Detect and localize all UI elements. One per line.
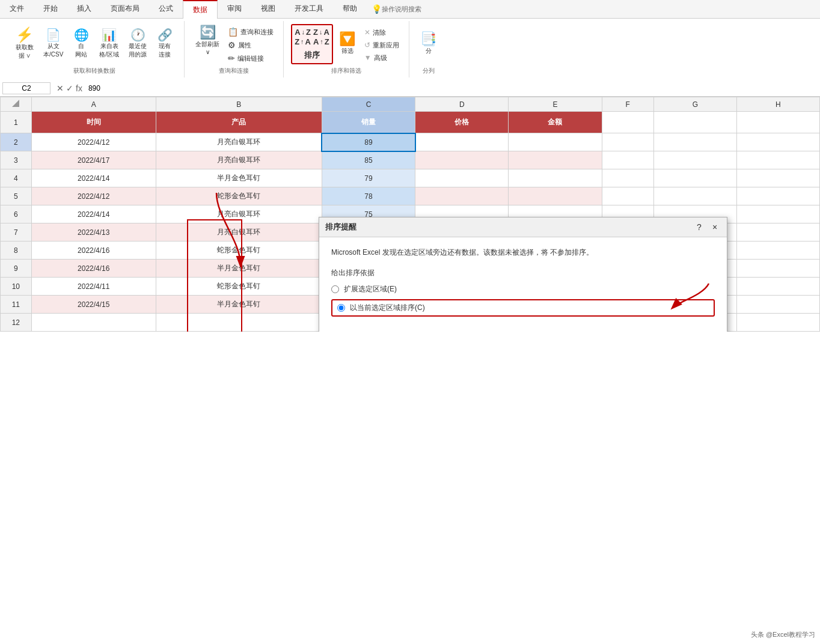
cell-H1[interactable] (736, 112, 819, 133)
cell-D2[interactable] (415, 133, 509, 151)
cell-A9[interactable]: 2022/4/16 (31, 260, 156, 278)
cell-H11[interactable] (736, 296, 819, 314)
reapply-button[interactable]: ↺ 重新应用 (362, 40, 402, 51)
cell-F1[interactable] (602, 112, 653, 133)
cell-A5[interactable]: 2022/4/12 (31, 187, 156, 205)
cell-G1[interactable] (653, 112, 736, 133)
cell-B8[interactable]: 蛇形金色耳钉 (156, 242, 322, 260)
tab-data[interactable]: 数据 (183, 0, 218, 19)
cell-A12[interactable] (31, 314, 156, 332)
cell-A3[interactable]: 2022/4/17 (31, 151, 156, 169)
cell-C2[interactable]: 89 (322, 133, 415, 151)
cell-B7[interactable]: 月亮白银耳环 (156, 223, 322, 242)
cell-D3[interactable] (415, 151, 509, 169)
dialog-close-button[interactable]: × (709, 221, 721, 233)
cell-H2[interactable] (736, 133, 819, 151)
cell-H7[interactable] (736, 223, 819, 242)
tab-file[interactable]: 文件 (0, 0, 34, 18)
cell-A10[interactable]: 2022/4/11 (31, 278, 156, 296)
from-text-button[interactable]: 📄 从文本/CSV (40, 26, 67, 61)
tab-home[interactable]: 开始 (34, 0, 67, 18)
cell-D4[interactable] (415, 169, 509, 187)
refresh-all-button[interactable]: 🔄 全部刷新∨ (192, 23, 223, 58)
sort-button[interactable]: 排序 (295, 49, 329, 61)
dialog-help-button[interactable]: ? (693, 221, 705, 233)
cell-F5[interactable] (602, 187, 653, 205)
split-button[interactable]: 📑 分 (417, 30, 441, 58)
cell-B11[interactable]: 半月金色耳钉 (156, 296, 322, 314)
cell-A11[interactable]: 2022/4/15 (31, 296, 156, 314)
cell-D5[interactable] (415, 187, 509, 205)
cell-G5[interactable] (653, 187, 736, 205)
col-header-G[interactable]: G (653, 97, 736, 112)
existing-connections-button[interactable]: 🔗 现有连接 (153, 26, 177, 61)
col-header-H[interactable]: H (736, 97, 819, 112)
cell-C5[interactable]: 78 (322, 187, 415, 205)
clear-button[interactable]: ✕ 清除 (362, 27, 402, 38)
tab-view[interactable]: 视图 (251, 0, 285, 18)
cell-H4[interactable] (736, 169, 819, 187)
cell-E3[interactable] (509, 151, 602, 169)
cell-B3[interactable]: 月亮白银耳环 (156, 151, 322, 169)
col-header-B[interactable]: B (156, 97, 322, 112)
cell-A4[interactable]: 2022/4/14 (31, 169, 156, 187)
expand-option[interactable]: 扩展选定区域(E) (331, 284, 715, 294)
cell-H5[interactable] (736, 187, 819, 205)
cell-E4[interactable] (509, 169, 602, 187)
from-web-button[interactable]: 🌐 自网站 (69, 26, 93, 61)
cell-B2[interactable]: 月亮白银耳环 (156, 133, 322, 151)
col-header-A[interactable]: A (31, 97, 156, 112)
sort-az-button[interactable]: A ↓ Z (295, 28, 311, 37)
tab-insert[interactable]: 插入 (67, 0, 101, 18)
cell-F2[interactable] (602, 133, 653, 151)
cell-A6[interactable]: 2022/4/14 (31, 205, 156, 223)
cancel-formula-icon[interactable]: ✕ (57, 84, 64, 93)
cell-B9[interactable]: 半月金色耳钉 (156, 260, 322, 278)
advanced-button[interactable]: ▼ 高级 (362, 52, 402, 64)
query-connections-button[interactable]: 📋 查询和连接 (225, 26, 276, 38)
cell-H12[interactable] (736, 314, 819, 332)
tab-help[interactable]: 帮助 (333, 0, 367, 18)
cell-B12[interactable] (156, 314, 322, 332)
search-box[interactable]: 💡 操作说明搜索 (367, 0, 426, 18)
tab-layout[interactable]: 页面布局 (101, 0, 149, 18)
current-option[interactable]: 以当前选定区域排序(C) (331, 299, 715, 317)
cell-C3[interactable]: 85 (322, 151, 415, 169)
cell-H8[interactable] (736, 242, 819, 260)
col-header-F[interactable]: F (602, 97, 653, 112)
sort-za-button[interactable]: Z ↑ A (295, 37, 311, 46)
cell-F3[interactable] (602, 151, 653, 169)
confirm-formula-icon[interactable]: ✓ (66, 84, 73, 93)
cell-B4[interactable]: 半月金色耳钉 (156, 169, 322, 187)
insert-function-icon[interactable]: fx (76, 84, 82, 93)
cell-G2[interactable] (653, 133, 736, 151)
tab-review[interactable]: 审阅 (218, 0, 251, 18)
edit-links-button[interactable]: ✏ 编辑链接 (225, 52, 276, 64)
recent-sources-button[interactable]: 🕐 最近使用的源 (125, 26, 150, 61)
cell-A2[interactable]: 2022/4/12 (31, 133, 156, 151)
col-header-C[interactable]: C (322, 97, 415, 112)
cell-G4[interactable] (653, 169, 736, 187)
expand-radio[interactable] (331, 285, 339, 293)
cell-E2[interactable] (509, 133, 602, 151)
col-header-D[interactable]: D (415, 97, 509, 112)
cell-C4[interactable]: 79 (322, 169, 415, 187)
cell-F4[interactable] (602, 169, 653, 187)
cell-E5[interactable] (509, 187, 602, 205)
cell-reference[interactable]: C2 (2, 82, 50, 94)
cell-H3[interactable] (736, 151, 819, 169)
col-header-E[interactable]: E (509, 97, 602, 112)
filter-button[interactable]: 🔽 筛选 (335, 30, 360, 58)
cell-H10[interactable] (736, 278, 819, 296)
formula-input[interactable]: 890 (86, 83, 818, 94)
current-radio[interactable] (337, 304, 345, 312)
cell-H9[interactable] (736, 260, 819, 278)
cell-B6[interactable]: 月亮白银耳环 (156, 205, 322, 223)
cell-B5[interactable]: 蛇形金色耳钉 (156, 187, 322, 205)
get-data-button[interactable]: ⚡ 获取数据 ∨ (12, 25, 37, 62)
cell-H6[interactable] (736, 205, 819, 223)
cell-A7[interactable]: 2022/4/13 (31, 223, 156, 242)
tab-developer[interactable]: 开发工具 (285, 0, 333, 18)
cell-B10[interactable]: 蛇形金色耳钉 (156, 278, 322, 296)
cell-A8[interactable]: 2022/4/16 (31, 242, 156, 260)
